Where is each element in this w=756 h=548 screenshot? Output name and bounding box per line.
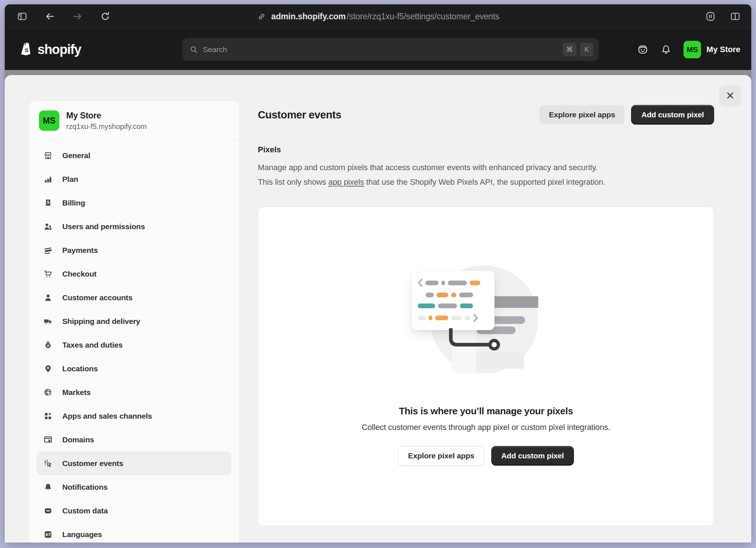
billing-receipt-icon: $ <box>43 197 53 208</box>
url-host: admin.shopify.com <box>271 12 346 21</box>
money-bag-icon <box>43 340 53 350</box>
k-key: K <box>580 43 594 56</box>
page-title: Customer events <box>258 109 341 121</box>
sidebar-item-payments[interactable]: Payments <box>37 238 231 262</box>
sidebar-item-checkout[interactable]: Checkout <box>37 262 231 286</box>
pixels-empty-state-card: This is where you’ll manage your pixels … <box>258 207 714 526</box>
sidebar-item-locations[interactable]: Locations <box>37 357 231 380</box>
app-pixels-link[interactable]: app pixels <box>328 177 364 187</box>
sidebar-item-apps[interactable]: Apps and sales channels <box>37 404 231 428</box>
sidebar-item-domains[interactable]: Domains <box>37 428 231 451</box>
custom-data-icon <box>43 505 53 516</box>
explore-pixel-apps-button[interactable]: Explore pixel apps <box>539 105 625 124</box>
store-avatar: MS <box>684 41 701 58</box>
shopify-logo[interactable]: S shopify <box>19 42 81 58</box>
search-shortcut: ⌘ K <box>563 43 594 56</box>
bell-icon <box>43 482 53 492</box>
sidebar-item-users[interactable]: Users and permissions <box>37 215 231 238</box>
storefront-icon <box>43 150 53 161</box>
back-button-icon[interactable] <box>44 11 56 22</box>
close-button[interactable]: ✕ <box>719 85 741 107</box>
chevron-left-icon <box>418 279 422 287</box>
sidebar-store-name: My Store <box>66 111 147 121</box>
shopify-wordmark: shopify <box>38 42 81 57</box>
apps-grid-icon <box>43 411 53 421</box>
svg-text:S: S <box>25 47 28 53</box>
plan-chart-icon <box>43 174 53 184</box>
person-icon <box>43 292 53 303</box>
forward-button-icon[interactable] <box>72 11 83 22</box>
add-custom-pixel-button[interactable]: Add custom pixel <box>631 105 714 125</box>
search-input[interactable] <box>203 45 563 54</box>
empty-add-custom-pixel-button[interactable]: Add custom pixel <box>491 446 574 466</box>
sidebar-item-general[interactable]: General <box>37 144 231 167</box>
sidebar-item-languages[interactable]: A Languages <box>37 522 231 543</box>
sidebar-item-customer-accounts[interactable]: Customer accounts <box>37 286 231 309</box>
users-icon <box>43 221 53 232</box>
cart-icon <box>43 269 53 279</box>
svg-text:A: A <box>45 532 48 537</box>
page-settings-icon[interactable] <box>705 11 716 22</box>
empty-state-subtext: Collect customer events through app pixe… <box>362 423 610 432</box>
languages-icon: A <box>43 529 53 540</box>
link-icon <box>257 12 267 21</box>
connector-node <box>488 339 500 351</box>
sidebar-store-avatar: MS <box>39 110 59 131</box>
global-search[interactable]: ⌘ K <box>182 38 599 61</box>
sidebar-store-header[interactable]: MS My Store rzq1xu-f5.myshopify.com <box>29 101 239 140</box>
sidebar-item-taxes[interactable]: Taxes and duties <box>37 333 231 357</box>
browser-chrome: admin.shopify.com/store/rzq1xu-f5/settin… <box>5 4 751 29</box>
empty-state-heading: This is where you’ll manage your pixels <box>399 406 573 417</box>
search-icon <box>189 45 198 54</box>
svg-text:$: $ <box>49 391 51 396</box>
sidebar-item-plan[interactable]: Plan <box>37 167 231 191</box>
sidebar-item-markets[interactable]: $ Markets <box>37 380 231 404</box>
pixels-description: Manage app and custom pixels that access… <box>258 160 714 189</box>
illustration-block <box>477 352 524 369</box>
sidebar-item-billing[interactable]: $ Billing <box>37 191 231 215</box>
shopify-bag-icon: S <box>19 42 34 58</box>
sidebar-item-shipping[interactable]: Shipping and delivery <box>37 309 231 333</box>
notifications-bell-icon[interactable] <box>660 44 672 55</box>
sidebar-item-custom-data[interactable]: Custom data <box>37 499 231 522</box>
sidebar-item-notifications[interactable]: Notifications <box>37 475 231 499</box>
cmd-key: ⌘ <box>563 43 576 56</box>
browser-window: admin.shopify.com/store/rzq1xu-f5/settin… <box>5 4 751 543</box>
globe-icon: $ <box>43 387 53 398</box>
chevron-right-icon <box>473 314 478 322</box>
sidekick-icon[interactable] <box>637 44 649 55</box>
pixels-section-title: Pixels <box>258 145 714 154</box>
reload-button-icon[interactable] <box>99 11 111 22</box>
store-menu[interactable]: MS My Store <box>684 41 740 58</box>
admin-top-bar: S shopify ⌘ K <box>5 29 751 70</box>
connector-line <box>449 328 491 347</box>
customer-events-panel: Customer events Explore pixel apps Add c… <box>258 75 714 526</box>
pixels-illustration <box>417 264 555 377</box>
url-path: /store/rzq1xu-f5/settings/customer_event… <box>347 12 499 21</box>
address-bar[interactable]: admin.shopify.com/store/rzq1xu-f5/settin… <box>257 4 499 29</box>
sidebar-item-customer-events[interactable]: Customer events <box>37 451 231 475</box>
domains-icon <box>43 434 53 445</box>
settings-modal: ✕ MS My Store rzq1xu-f5.myshopify.com <box>5 75 751 543</box>
truck-icon <box>43 316 53 326</box>
code-editor-card <box>412 271 495 330</box>
split-view-icon[interactable] <box>729 11 741 22</box>
payments-icon <box>43 245 53 255</box>
sidebar-store-domain: rzq1xu-f5.myshopify.com <box>66 122 147 131</box>
store-menu-name: My Store <box>706 45 740 54</box>
sidebar-toggle-icon[interactable] <box>16 11 28 22</box>
map-pin-icon <box>43 363 53 374</box>
svg-text:$: $ <box>47 200 49 204</box>
customer-events-icon <box>43 458 53 469</box>
settings-sidebar: MS My Store rzq1xu-f5.myshopify.com <box>28 101 240 543</box>
empty-explore-pixel-apps-button[interactable]: Explore pixel apps <box>398 446 485 466</box>
settings-nav: General Plan <box>29 140 239 543</box>
